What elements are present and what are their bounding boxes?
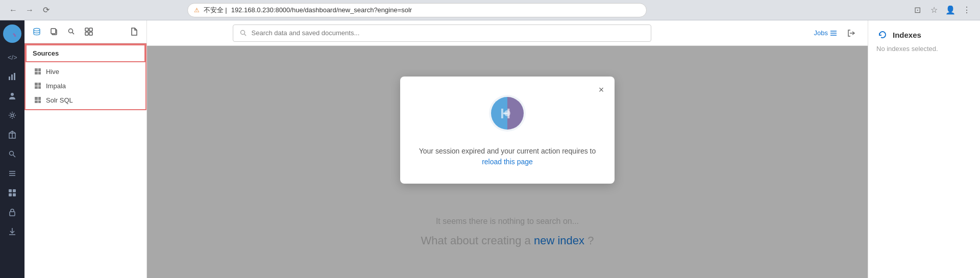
svg-rect-4	[11, 74, 13, 80]
package-icon	[8, 131, 16, 139]
svg-rect-3	[9, 77, 10, 80]
lock-icon	[8, 208, 16, 216]
copy-toolbar-button[interactable]	[47, 24, 61, 39]
no-indexes-text: No indexes selected.	[876, 45, 972, 53]
jobs-list-icon	[830, 30, 837, 37]
reload-button[interactable]: ⟳	[39, 3, 53, 17]
svg-rect-24	[51, 29, 56, 34]
menu-button[interactable]: ⋮	[960, 3, 974, 17]
sources-outer-box: Sources Hive Impala	[24, 43, 146, 110]
solrsql-source-label: Solr SQL	[46, 96, 73, 104]
bookmark-button[interactable]: ☆	[927, 3, 941, 17]
file-toolbar-button[interactable]	[127, 24, 141, 39]
sidebar-dark: </>	[0, 20, 24, 278]
address-url: 192.168.0.230:8000/hue/dashboard/new_sea…	[231, 6, 412, 14]
grid-toolbar-button[interactable]	[82, 24, 96, 39]
address-bar[interactable]: ⚠ 不安全 | 192.168.0.230:8000/hue/dashboard…	[187, 3, 647, 17]
topbar-actions: Jobs	[814, 25, 860, 41]
search-toolbar-button[interactable]	[64, 24, 79, 39]
sidebar-download-button[interactable]	[3, 222, 21, 241]
svg-line-32	[244, 34, 246, 36]
main-topbar: Jobs	[147, 20, 868, 46]
sidebar-search-button[interactable]	[3, 145, 21, 163]
modal-logo-container: H	[416, 93, 598, 134]
file-icon	[130, 28, 138, 36]
database-toolbar-button[interactable]	[30, 24, 44, 39]
code-icon: </>	[8, 53, 17, 62]
impala-source-label: Impala	[46, 82, 66, 90]
logout-icon	[847, 29, 856, 38]
svg-rect-5	[14, 73, 15, 80]
refresh-icon	[878, 30, 887, 39]
svg-rect-27	[85, 28, 88, 31]
sources-panel: Sources Hive Impala	[24, 20, 147, 278]
right-panel: Indexes No indexes selected.	[868, 20, 980, 278]
svg-rect-17	[9, 193, 12, 196]
right-panel-header: Indexes	[876, 29, 972, 41]
profile-button[interactable]: 👤	[943, 3, 958, 17]
modal-hue-logo: H	[487, 93, 528, 134]
indexes-title: Indexes	[893, 31, 921, 39]
address-text: 不安全 |	[204, 6, 227, 15]
session-expired-text: Your session expired and your current ac…	[419, 147, 596, 155]
chart-icon	[8, 72, 16, 81]
svg-line-26	[72, 33, 75, 35]
back-button[interactable]: ←	[6, 3, 20, 17]
hive-source-icon	[34, 67, 42, 75]
settings-icon	[8, 111, 16, 119]
sidebar-package-button[interactable]	[3, 125, 21, 144]
forward-button[interactable]: →	[22, 3, 37, 17]
database-icon	[33, 28, 41, 36]
app-container: </>	[0, 20, 980, 278]
logout-button[interactable]	[843, 25, 860, 41]
svg-point-10	[10, 151, 14, 156]
source-item-impala[interactable]: Impala	[26, 79, 145, 93]
sidebar-charts-button[interactable]	[3, 67, 21, 86]
search-input[interactable]	[252, 29, 645, 37]
hue-logo-icon	[5, 27, 19, 41]
svg-rect-28	[89, 28, 92, 31]
content-area: It seems there is nothing to search on..…	[147, 46, 868, 278]
app-logo[interactable]	[3, 24, 21, 43]
list-icon	[8, 169, 16, 178]
source-item-hive[interactable]: Hive	[26, 64, 145, 79]
svg-text:</>: </>	[8, 54, 17, 61]
svg-rect-15	[9, 189, 12, 192]
svg-point-7	[11, 114, 14, 117]
svg-point-22	[34, 29, 40, 31]
svg-point-31	[240, 30, 244, 34]
sidebar-apps-button[interactable]	[3, 184, 21, 202]
impala-source-icon	[34, 82, 42, 90]
user-icon	[8, 92, 16, 100]
download-icon	[8, 228, 16, 236]
refresh-indexes-button[interactable]	[876, 29, 889, 41]
svg-point-6	[11, 93, 14, 96]
sidebar-lock-button[interactable]	[3, 203, 21, 221]
modal-close-button[interactable]: ×	[594, 83, 608, 97]
sidebar-user-button[interactable]	[3, 87, 21, 105]
svg-rect-29	[85, 32, 88, 35]
sidebar-list-button[interactable]	[3, 164, 21, 183]
source-item-solrsql[interactable]: Solr SQL	[26, 93, 145, 107]
sources-list: Hive Impala Solr S	[26, 62, 145, 109]
search-bar-container[interactable]	[233, 24, 651, 42]
reload-page-link[interactable]: reload this page	[482, 158, 533, 166]
sidebar-code-button[interactable]: </>	[3, 48, 21, 66]
hive-source-label: Hive	[46, 68, 59, 75]
sources-header: Sources	[26, 44, 145, 62]
jobs-label: Jobs	[814, 29, 828, 37]
svg-rect-30	[89, 32, 92, 35]
browser-chrome: ← → ⟳ ⚠ 不安全 | 192.168.0.230:8000/hue/das…	[0, 0, 980, 20]
grid-icon	[85, 28, 93, 36]
svg-point-25	[69, 29, 73, 33]
browser-actions: ⊡ ☆ 👤 ⋮	[911, 3, 974, 17]
sidebar-settings-button[interactable]	[3, 106, 21, 124]
modal-overlay: × H	[147, 46, 868, 278]
solrsql-source-icon	[34, 96, 42, 104]
session-expired-modal: × H	[400, 77, 615, 184]
cast-button[interactable]: ⊡	[911, 3, 925, 17]
copy-icon	[50, 28, 58, 36]
jobs-button[interactable]: Jobs	[814, 29, 837, 37]
browser-nav-buttons: ← → ⟳	[6, 3, 53, 17]
svg-text:H: H	[500, 106, 510, 121]
